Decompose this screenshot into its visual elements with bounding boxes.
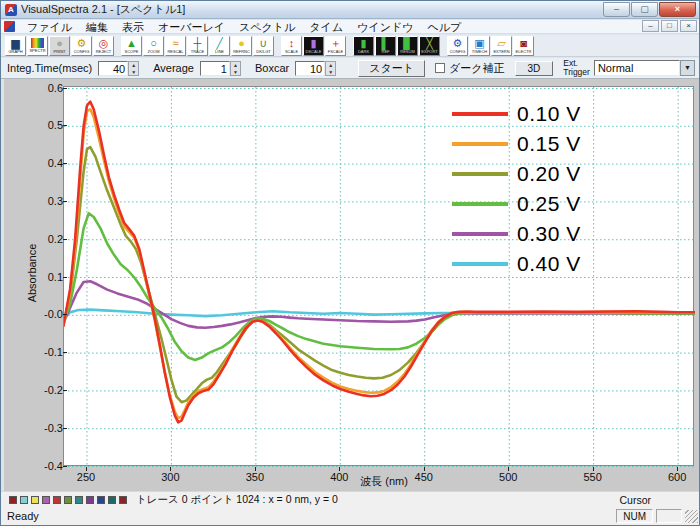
toolbar-caption: REFRNC [233, 49, 250, 54]
menu-item-表示[interactable]: 表示 [115, 20, 151, 34]
legend-entry: 0.25 V [452, 189, 581, 219]
trace-color-swatch[interactable] [9, 496, 17, 504]
ref-hist-icon[interactable]: ▌REF [375, 36, 396, 56]
trace-color-swatch[interactable] [53, 496, 61, 504]
average-input[interactable]: 1 [200, 61, 230, 76]
trace-bar: トレース 0 ポイント 1024 : x = 0 nm, y = 0 Curso… [1, 491, 699, 507]
chevron-down-icon[interactable]: ▼ [680, 60, 695, 76]
extern-icon[interactable]: ▱EXTERN [491, 36, 512, 56]
reject-icon[interactable]: ◎REJECT [93, 36, 114, 56]
status-bar: Ready NUM [1, 507, 699, 525]
menu-item-編集[interactable]: 編集 [79, 20, 115, 34]
graph-icon[interactable]: ▆GRAPH [5, 36, 26, 56]
integ-time-spinner[interactable]: ▲▼ [128, 61, 139, 76]
y-tick-label: 0.2 [33, 233, 63, 245]
spectrum-icon[interactable]: SPECTR [27, 36, 48, 56]
dark-hist-icon[interactable]: ▮DARK [353, 36, 374, 56]
trace-color-swatch[interactable] [31, 496, 39, 504]
trace-color-swatch[interactable] [119, 496, 127, 504]
boxcar-spinner[interactable]: ▲▼ [325, 61, 336, 76]
zoom-icon[interactable]: ○ZOOM [143, 36, 164, 56]
spectra-plot[interactable]: 0.10 V0.15 V0.20 V0.25 V0.30 V0.40 V [63, 86, 694, 466]
x-tick-label: 450 [404, 471, 444, 483]
x-tick-label: 550 [573, 471, 613, 483]
trace-color-swatch[interactable] [97, 496, 105, 504]
timechart-icon[interactable]: ▣TIMECH [469, 36, 490, 56]
trace-color-swatch[interactable] [75, 496, 83, 504]
toolbar-caption: REJECT [96, 49, 112, 54]
dscale-icon[interactable]: ▮DSCALE [303, 36, 324, 56]
fscale-icon[interactable]: ＋FSCALE [325, 36, 346, 56]
mdi-close-button[interactable]: × [680, 20, 697, 32]
mortar-icon[interactable]: ∪DK/LGT [253, 36, 274, 56]
trace-icon: ┼ [188, 37, 207, 49]
trace-icon[interactable]: ┼TRACE [187, 36, 208, 56]
legend-label: 0.20 V [517, 162, 581, 186]
dark-correction-checkbox[interactable] [435, 63, 445, 73]
line-icon: ╱ [210, 37, 229, 49]
toolbar-caption: FSCALE [328, 49, 344, 54]
trace-color-swatch[interactable] [42, 496, 50, 504]
menu-item-ウインドウ[interactable]: ウインドウ [350, 20, 420, 34]
trace-color-swatch[interactable] [108, 496, 116, 504]
zoom-icon: ○ [144, 37, 163, 49]
config2-icon[interactable]: ⚙CONFIG [447, 36, 468, 56]
integ-time-input[interactable]: 40 [98, 61, 128, 76]
three-d-button[interactable]: 3D [515, 61, 554, 76]
toolbar-caption: TRACE [191, 49, 205, 54]
toolbar-caption: SPECTR [29, 48, 45, 53]
average-spinner[interactable]: ▲▼ [230, 61, 241, 76]
menu-item-スペクトル[interactable]: スペクトル [232, 20, 302, 34]
print-icon[interactable]: ●PRINT [49, 36, 70, 56]
vscale-icon[interactable]: ↕SCALE [281, 36, 302, 56]
menu-item-ファイル[interactable]: ファイル [20, 20, 79, 34]
trace-color-swatch[interactable] [64, 496, 72, 504]
line-icon[interactable]: ╱LINE [209, 36, 230, 56]
menu-item-ヘルプ[interactable]: ヘルプ [420, 20, 468, 34]
title-bar[interactable]: A VisualSpectra 2.1 - [スペクトル1] – ▢ × [1, 1, 699, 19]
close-button[interactable]: × [659, 2, 696, 17]
series-0.15V [64, 109, 695, 418]
fscale-icon: ＋ [326, 37, 345, 49]
maximize-button[interactable]: ▢ [631, 2, 658, 17]
mdi-minimize-button[interactable]: – [642, 20, 659, 32]
toolbar-caption: REF [382, 49, 390, 54]
legend-line-swatch [452, 262, 508, 266]
spectra-curves [64, 87, 695, 467]
start-button[interactable]: スタート [358, 60, 425, 77]
trace-color-swatch[interactable] [20, 496, 28, 504]
y-tick-label: 0.3 [33, 195, 63, 207]
legend-label: 0.30 V [517, 222, 581, 246]
boxcar-input[interactable]: 10 [295, 61, 325, 76]
legend-label: 0.25 V [517, 192, 581, 216]
toolbar-caption: TIMECH [472, 49, 487, 54]
menu-item-タイム[interactable]: タイム [302, 20, 350, 34]
ref-hist-icon: ▌ [376, 37, 395, 49]
dscale-icon: ▮ [304, 37, 323, 49]
toolbar: ▆GRAPHSPECTR●PRINT⚙CONFIG◎REJECT▲SCOPE○Z… [1, 35, 699, 57]
toolbar-caption: EXPORT [421, 49, 437, 54]
legend-line-swatch [452, 172, 508, 176]
document-icon[interactable] [4, 21, 15, 32]
spectrum-icon [31, 38, 44, 48]
x-tick-label: 300 [150, 471, 190, 483]
config-icon[interactable]: ⚙CONFIG [71, 36, 92, 56]
electro-icon[interactable]: ◙ELECTR [513, 36, 534, 56]
minimize-button[interactable]: – [603, 2, 630, 17]
menu-item-オーバーレイ[interactable]: オーバーレイ [151, 20, 232, 34]
resume-icon[interactable]: ▊RESUM [397, 36, 418, 56]
export-icon[interactable]: ╳EXPORT [419, 36, 440, 56]
x-tick-label: 350 [235, 471, 275, 483]
cursor-label: Cursor [619, 494, 651, 506]
toolbar-caption: DK/LGT [256, 49, 270, 54]
y-tick-label: -0.1 [33, 346, 63, 358]
trigger-mode-select[interactable]: Normal ▼ [594, 60, 695, 76]
legend-label: 0.10 V [517, 102, 581, 126]
electro-icon: ◙ [514, 37, 533, 49]
resize-grip[interactable] [685, 510, 698, 523]
trace-color-swatch[interactable] [86, 496, 94, 504]
mdi-restore-button[interactable]: □ [661, 20, 678, 32]
lamp-icon[interactable]: ●REFRNC [231, 36, 252, 56]
scope-icon[interactable]: ▲SCOPE [121, 36, 142, 56]
rescale-icon[interactable]: ≈RESCAL [165, 36, 186, 56]
